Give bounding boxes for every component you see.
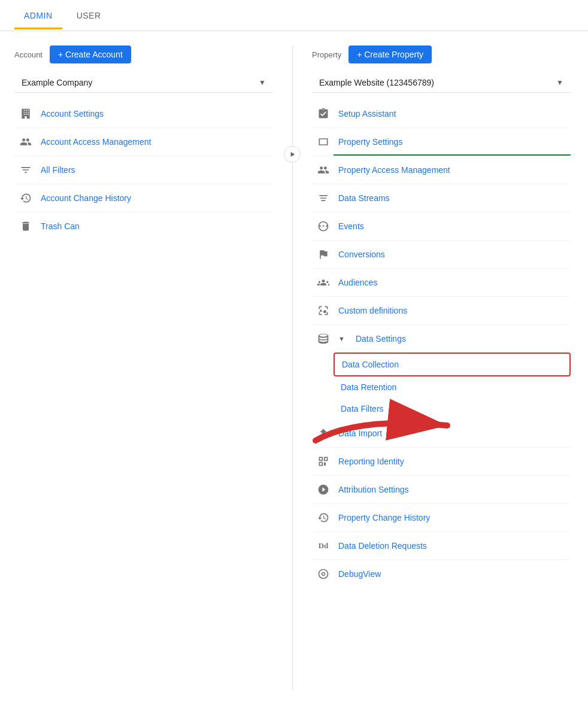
property-settings-label: Property Settings — [338, 137, 402, 147]
sidebar-item-data-deletion[interactable]: Dd Data Deletion Requests — [312, 532, 571, 560]
sidebar-item-data-settings[interactable]: ▼ Data Settings — [312, 325, 571, 352]
reporting-icon — [317, 455, 330, 468]
sidebar-item-debug-view[interactable]: DebugView — [312, 560, 571, 588]
create-property-button[interactable]: + Create Property — [348, 45, 432, 63]
debug-view-label: DebugView — [338, 569, 381, 579]
account-dropdown[interactable]: Example Company ▼ — [14, 73, 273, 93]
people-icon — [19, 135, 32, 148]
sidebar-item-data-streams[interactable]: Data Streams — [312, 184, 571, 212]
events-label: Events — [338, 221, 364, 231]
sidebar-item-data-filters[interactable]: Data Filters — [334, 398, 571, 420]
property-dropdown[interactable]: Example Website (123456789) ▼ — [312, 73, 571, 93]
sidebar-item-reporting-identity[interactable]: Reporting Identity — [312, 448, 571, 476]
account-settings-label: Account Settings — [41, 109, 104, 118]
filter-icon — [19, 163, 32, 177]
rectangle-icon — [317, 135, 330, 148]
property-access-label: Property Access Management — [338, 165, 450, 175]
panel-divider — [292, 45, 293, 691]
upload-icon — [317, 427, 330, 440]
sidebar-item-trash-can[interactable]: Trash Can — [14, 212, 273, 240]
property-history-icon — [317, 511, 330, 524]
create-account-button[interactable]: + Create Account — [50, 45, 131, 63]
main-content: Account + Create Account Example Company… — [0, 31, 588, 705]
sidebar-item-data-import[interactable]: Data Import — [312, 420, 571, 448]
debug-icon — [317, 567, 330, 581]
property-dropdown-chevron: ▼ — [556, 78, 563, 87]
attribution-settings-label: Attribution Settings — [338, 485, 409, 494]
data-settings-section: ▼ Data Settings Data Collection Data Ret… — [312, 325, 571, 420]
trash-icon — [19, 220, 32, 233]
sidebar-item-events[interactable]: Events — [312, 212, 571, 241]
all-filters-label: All Filters — [41, 165, 75, 175]
sidebar-item-property-settings[interactable]: Property Settings — [312, 128, 571, 156]
conversions-label: Conversions — [338, 250, 385, 259]
sidebar-item-audiences[interactable]: Audiences — [312, 269, 571, 297]
database-icon — [317, 332, 330, 345]
audiences-label: Audiences — [338, 278, 377, 287]
data-settings-children: Data Collection Data Retention Data Filt… — [312, 352, 571, 420]
active-underline-bar — [334, 154, 571, 156]
attribution-icon — [317, 483, 330, 496]
data-streams-label: Data Streams — [338, 193, 390, 203]
people-2-icon — [317, 163, 330, 177]
trash-can-label: Trash Can — [41, 221, 80, 231]
sidebar-item-property-access[interactable]: Property Access Management — [312, 156, 571, 184]
account-access-label: Account Access Management — [41, 137, 151, 147]
custom-definitions-label: Custom definitions — [338, 306, 407, 315]
dd-icon: Dd — [317, 539, 330, 552]
admin-tab[interactable]: ADMIN — [14, 1, 62, 29]
sidebar-item-account-settings[interactable]: Account Settings — [14, 100, 273, 128]
audience-icon — [317, 276, 330, 289]
clipboard-check-icon — [317, 107, 330, 120]
data-settings-label: Data Settings — [356, 334, 406, 344]
building-icon — [19, 107, 32, 120]
account-change-history-label: Account Change History — [41, 193, 131, 203]
account-dropdown-value: Example Company — [22, 78, 92, 87]
account-panel-header: Account + Create Account — [14, 45, 273, 63]
data-filters-label: Data Filters — [341, 404, 384, 414]
shapes-icon — [317, 304, 330, 317]
property-label: Property — [312, 50, 341, 59]
sidebar-item-attribution-settings[interactable]: Attribution Settings — [312, 476, 571, 504]
sidebar-item-property-change-history[interactable]: Property Change History — [312, 504, 571, 532]
sidebar-item-account-change-history[interactable]: Account Change History — [14, 184, 273, 212]
reporting-identity-label: Reporting Identity — [338, 457, 404, 466]
user-tab[interactable]: USER — [67, 1, 111, 29]
property-panel: Property + Create Property Example Websi… — [298, 45, 585, 691]
property-panel-header: Property + Create Property — [312, 45, 571, 63]
data-retention-label: Data Retention — [341, 382, 396, 392]
event-icon — [317, 220, 330, 233]
property-change-history-label: Property Change History — [338, 513, 430, 522]
sidebar-item-all-filters[interactable]: All Filters — [14, 156, 273, 184]
streams-icon — [317, 192, 330, 205]
sidebar-item-data-retention[interactable]: Data Retention — [334, 376, 571, 398]
sidebar-item-custom-definitions[interactable]: Custom definitions — [312, 297, 571, 325]
data-collection-label: Data Collection — [342, 360, 399, 369]
account-dropdown-chevron: ▼ — [259, 78, 266, 87]
top-navigation: ADMIN USER — [0, 0, 588, 31]
property-dropdown-value: Example Website (123456789) — [319, 78, 434, 87]
sidebar-item-account-access[interactable]: Account Access Management — [14, 128, 273, 156]
account-label: Account — [14, 50, 43, 59]
data-deletion-label: Data Deletion Requests — [338, 541, 427, 551]
sidebar-item-setup-assistant[interactable]: Setup Assistant — [312, 100, 571, 128]
account-panel: Account + Create Account Example Company… — [0, 45, 287, 691]
sidebar-item-conversions[interactable]: Conversions — [312, 241, 571, 269]
setup-assistant-label: Setup Assistant — [338, 109, 396, 118]
sidebar-item-data-collection[interactable]: Data Collection — [334, 352, 571, 376]
flag-icon — [317, 248, 330, 261]
data-import-label: Data Import — [338, 429, 382, 438]
history-icon — [19, 192, 32, 205]
data-settings-expand-arrow: ▼ — [338, 335, 345, 342]
